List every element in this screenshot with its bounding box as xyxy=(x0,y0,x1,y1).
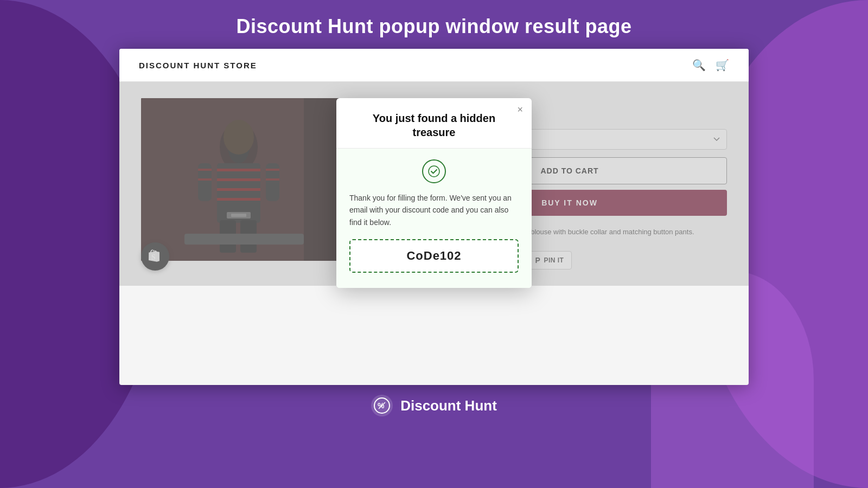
store-header: DISCOUNT HUNT STORE 🔍 🛒 xyxy=(119,49,749,82)
store-content: k Blouse S M L ADD TO CART BUY IT NOW Ul… xyxy=(119,82,749,286)
footer-logo-icon: % xyxy=(371,395,393,416)
page-title-bar: Discount Hunt popup window result page xyxy=(0,0,868,49)
success-icon-wrap xyxy=(349,159,519,183)
discount-code: CoDe102 xyxy=(406,249,461,262)
search-icon[interactable]: 🔍 xyxy=(692,59,706,72)
modal-close-button[interactable]: × xyxy=(517,105,523,114)
footer-brand: Discount Hunt xyxy=(400,397,497,414)
page-footer: % Discount Hunt xyxy=(0,385,868,416)
discount-modal: You just found a hidden treasure × Thank… xyxy=(336,98,532,288)
svg-point-21 xyxy=(429,166,439,177)
modal-body: Thank you for filling the form. We've se… xyxy=(336,149,532,288)
store-logo: DISCOUNT HUNT STORE xyxy=(139,61,257,70)
store-window: DISCOUNT HUNT STORE 🔍 🛒 xyxy=(119,49,749,385)
modal-message: Thank you for filling the form. We've se… xyxy=(349,192,519,228)
cart-icon[interactable]: 🛒 xyxy=(716,59,729,72)
modal-header: You just found a hidden treasure × xyxy=(336,98,532,149)
page-title: Discount Hunt popup window result page xyxy=(0,15,868,38)
header-icons: 🔍 🛒 xyxy=(692,59,729,72)
modal-title: You just found a hidden treasure xyxy=(352,111,516,139)
success-icon xyxy=(422,159,446,183)
modal-overlay: You just found a hidden treasure × Thank… xyxy=(119,82,749,286)
discount-code-box: CoDe102 xyxy=(349,239,519,273)
